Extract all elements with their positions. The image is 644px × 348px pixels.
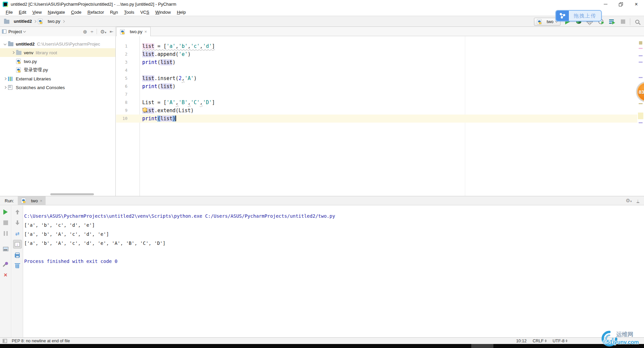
- menu-edit[interactable]: Edit: [16, 9, 29, 15]
- window-title: untitled2 [C:\Users\ASUS\PycharmProjects…: [11, 2, 176, 7]
- console-output[interactable]: C:\Users\ASUS\PycharmProjects\untitled2\…: [24, 212, 641, 266]
- code-line-6[interactable]: 6print(list): [116, 82, 644, 90]
- maximize-button[interactable]: [613, 0, 629, 8]
- tab-close-icon[interactable]: ×: [40, 199, 43, 203]
- close-tab-button[interactable]: ×: [1, 271, 10, 279]
- stripe-mark[interactable]: [639, 103, 643, 104]
- code-line-3[interactable]: 3print(list): [116, 58, 644, 66]
- stripe-mark[interactable]: [639, 41, 642, 45]
- line-separator-widget[interactable]: CRLF: [533, 339, 547, 343]
- prev-occurrence-button[interactable]: [13, 208, 22, 216]
- python-file-icon: [21, 198, 26, 203]
- caret-position-widget[interactable]: 10:12: [516, 339, 527, 343]
- breadcrumb-file[interactable]: two.py: [48, 19, 60, 24]
- error-stripe[interactable]: [637, 36, 644, 196]
- line-number[interactable]: 4: [116, 66, 127, 74]
- menu-vcs[interactable]: VCS: [137, 9, 152, 15]
- text-caret: [175, 116, 176, 121]
- code-line-1[interactable]: 1list = ['a','b','c','d']: [116, 42, 644, 50]
- menu-help[interactable]: Help: [174, 9, 189, 15]
- menu-window[interactable]: Window: [152, 9, 174, 15]
- stop-process-button[interactable]: [1, 218, 10, 227]
- code-editor[interactable]: 1list = ['a','b','c','d']2list.append('e…: [116, 36, 644, 196]
- tree-item-two-py[interactable]: two.py: [0, 57, 115, 66]
- stripe-mark[interactable]: [639, 122, 643, 123]
- clear-all-button[interactable]: [13, 261, 22, 270]
- code-line-5[interactable]: 5list.insert(2,'A'): [116, 74, 644, 82]
- menu-view[interactable]: View: [29, 9, 45, 15]
- drag-upload-overlay[interactable]: 拖拽上传: [555, 10, 602, 21]
- menu-code[interactable]: Code: [68, 9, 85, 15]
- line-number[interactable]: 1: [116, 42, 127, 50]
- line-number[interactable]: 5: [116, 74, 127, 82]
- line-number[interactable]: 3: [116, 58, 127, 66]
- close-icon: ×: [635, 2, 638, 7]
- hide-panel-icon[interactable]: ↓: [637, 199, 640, 203]
- stripe-mark[interactable]: [639, 77, 643, 78]
- hide-panel-icon[interactable]: ⇤: [110, 29, 113, 34]
- updown-icon: [545, 339, 547, 342]
- editor-tab-two-py[interactable]: two.py ×: [116, 27, 151, 36]
- line-number[interactable]: 2: [116, 50, 127, 58]
- line-number[interactable]: 6: [116, 82, 127, 90]
- chevron-down-icon[interactable]: [2, 43, 8, 45]
- code-line-10[interactable]: 10print(list): [116, 115, 644, 123]
- search-everywhere-button[interactable]: [633, 18, 641, 26]
- line-number[interactable]: 8: [116, 98, 127, 107]
- scroll-to-end-button[interactable]: ↓: [13, 240, 22, 249]
- code-line-8[interactable]: 8List = ['A','B','C','D']: [116, 98, 644, 107]
- tree-item-venv[interactable]: venvlibrary root: [0, 48, 115, 57]
- close-button[interactable]: ×: [629, 0, 644, 8]
- tab-close-icon[interactable]: ×: [145, 29, 147, 34]
- chevron-right-icon[interactable]: [2, 78, 8, 80]
- line-number[interactable]: 10: [116, 115, 127, 123]
- tree-item-dengluguanli-py[interactable]: 登录管理.py: [0, 66, 115, 74]
- line-number[interactable]: 9: [116, 107, 127, 115]
- rerun-button[interactable]: [1, 208, 10, 216]
- locate-file-icon[interactable]: ⊕: [83, 29, 87, 34]
- print-button[interactable]: [13, 251, 22, 259]
- line-number[interactable]: 7: [116, 90, 127, 98]
- tool-window-toggle-icon[interactable]: [3, 339, 7, 343]
- code-line-7[interactable]: 7: [116, 90, 644, 98]
- pause-output-button[interactable]: [1, 229, 10, 238]
- collapse-all-icon[interactable]: ÷: [91, 29, 93, 34]
- pin-tab-button[interactable]: [1, 260, 10, 269]
- gear-icon[interactable]: ⚙▾: [100, 29, 106, 34]
- menu-navigate[interactable]: Navigate: [45, 9, 68, 15]
- code-text: print(list): [142, 82, 644, 90]
- project-panel-title[interactable]: Project: [8, 29, 22, 34]
- restore-layout-button[interactable]: [1, 245, 10, 253]
- run-with-configurations-button[interactable]: [608, 18, 616, 26]
- tree-item-untitled2[interactable]: untitled2C:\Users\ASUS\PycharmProjec: [0, 40, 115, 48]
- gear-icon[interactable]: ⚙▾: [626, 198, 632, 204]
- stripe-mark[interactable]: [638, 113, 643, 119]
- menu-refactor[interactable]: Refactor: [85, 9, 107, 15]
- soft-wrap-button[interactable]: ⇄: [13, 229, 22, 238]
- code-line-2[interactable]: 2list.append('e'): [116, 50, 644, 58]
- pycharm-logo-icon: [3, 2, 8, 7]
- print-icon: [15, 254, 20, 258]
- minimize-button[interactable]: [598, 0, 613, 8]
- stop-button[interactable]: [619, 18, 627, 26]
- menu-run[interactable]: Run: [107, 9, 121, 15]
- stripe-mark[interactable]: [639, 55, 643, 56]
- encoding-widget[interactable]: UTF-8: [553, 339, 568, 343]
- menu-tools[interactable]: Tools: [121, 9, 137, 15]
- tree-item-scratches-and-consoles[interactable]: Scratches and Consoles: [0, 83, 115, 92]
- chevron-right-icon[interactable]: [2, 86, 8, 88]
- intention-bulb-icon[interactable]: [143, 108, 147, 113]
- horizontal-scrollbar[interactable]: [50, 193, 94, 195]
- menu-file[interactable]: File: [3, 9, 16, 15]
- code-line-4[interactable]: 4: [116, 66, 644, 74]
- project-panel-icon: [2, 29, 6, 33]
- chevron-down-icon[interactable]: [23, 30, 26, 32]
- next-occurrence-button[interactable]: [13, 218, 22, 227]
- code-line-9[interactable]: 9list.extend(List): [116, 107, 644, 115]
- stripe-mark[interactable]: [639, 48, 643, 49]
- run-tab-two[interactable]: two ×: [18, 196, 46, 205]
- tree-item-external-libraries[interactable]: External Libraries: [0, 74, 115, 83]
- stripe-mark[interactable]: [639, 62, 643, 63]
- breadcrumb-project[interactable]: untitled2: [14, 19, 32, 24]
- chevron-right-icon[interactable]: [10, 52, 16, 54]
